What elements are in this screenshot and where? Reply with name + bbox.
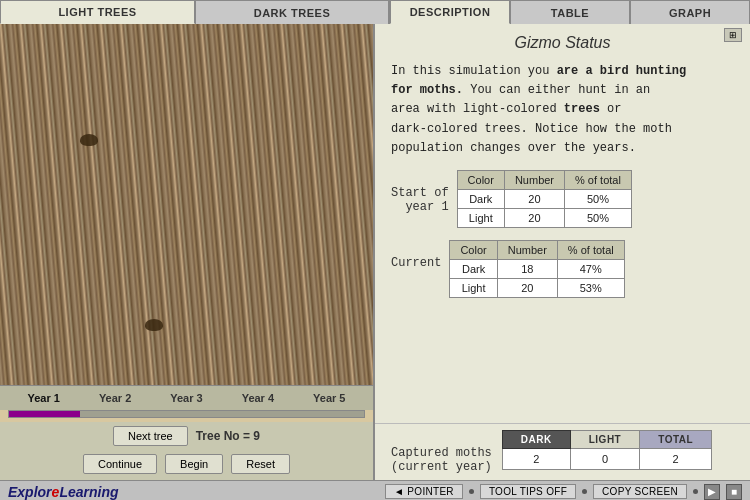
current-dark-number: 18 (497, 259, 557, 278)
start-col-percent: % of total (565, 170, 632, 189)
continue-button[interactable]: Continue (83, 454, 157, 474)
start-light-percent: 50% (565, 208, 632, 227)
start-dark-percent: 50% (565, 189, 632, 208)
next-tree-button[interactable]: Next tree (113, 426, 188, 446)
expand-icon[interactable]: ⊞ (724, 28, 742, 42)
start-dark-number: 20 (504, 189, 564, 208)
start-dark-color: Dark (457, 189, 504, 208)
current-light-percent: 53% (557, 278, 624, 297)
current-dark-color: Dark (450, 259, 497, 278)
tooltips-button[interactable]: TOOL TIPS OFF (480, 484, 576, 499)
year-3-btn[interactable]: Year 3 (166, 390, 206, 406)
current-dark-percent: 47% (557, 259, 624, 278)
start-col-color: Color (457, 170, 504, 189)
current-table-label: Current (391, 240, 441, 270)
current-light-number: 20 (497, 278, 557, 297)
dot-indicator-3 (693, 489, 698, 494)
start-light-number: 20 (504, 208, 564, 227)
tree-number-label: Tree No = 9 (196, 429, 260, 443)
current-col-percent: % of total (557, 240, 624, 259)
reset-button[interactable]: Reset (231, 454, 290, 474)
year-2-btn[interactable]: Year 2 (95, 390, 135, 406)
captured-total-value: 2 (640, 449, 712, 470)
captured-moths-table: DARK LIGHT TOTAL 2 0 2 (502, 430, 712, 470)
current-col-color: Color (450, 240, 497, 259)
copy-screen-button[interactable]: COPY SCREEN (593, 484, 687, 499)
captured-moths-label: Captured moths(current year) (391, 430, 492, 474)
current-light-color: Light (450, 278, 497, 297)
progress-bar-fill (9, 411, 80, 417)
captured-values-row: 2 0 2 (502, 449, 711, 470)
captured-dark-value: 2 (502, 449, 570, 470)
start-table-label: Start ofyear 1 (391, 170, 449, 214)
current-col-number: Number (497, 240, 557, 259)
dot-indicator (469, 489, 474, 494)
current-table: Color Number % of total Dark 18 47% (449, 240, 624, 298)
tab-description[interactable]: DESCRIPTION (390, 0, 510, 24)
year-4-btn[interactable]: Year 4 (238, 390, 278, 406)
begin-button[interactable]: Begin (165, 454, 223, 474)
description-text: In this simulation you are a bird huntin… (391, 62, 734, 158)
nav-forward-btn[interactable]: ▶ (704, 484, 720, 500)
table-row: Light 20 50% (457, 208, 631, 227)
captured-col-light: LIGHT (570, 431, 640, 449)
tab-table[interactable]: TABLE (510, 0, 630, 24)
captured-light-value: 0 (570, 449, 640, 470)
captured-col-total: TOTAL (640, 431, 712, 449)
dot-indicator-2 (582, 489, 587, 494)
tab-light-trees[interactable]: LIGHT TREES (0, 0, 195, 24)
start-year-table: Color Number % of total Dark 20 50% (457, 170, 632, 228)
pointer-button[interactable]: ◄ POINTER (385, 484, 463, 499)
year-1-btn[interactable]: Year 1 (23, 390, 63, 406)
explore-learning-logo: ExploreLearning (8, 484, 119, 500)
start-col-number: Number (504, 170, 564, 189)
start-light-color: Light (457, 208, 504, 227)
tab-graph[interactable]: GRAPH (630, 0, 750, 24)
table-row: Dark 18 47% (450, 259, 624, 278)
nav-stop-btn[interactable]: ■ (726, 484, 742, 500)
table-row: Light 20 53% (450, 278, 624, 297)
tab-dark-trees[interactable]: DARK TREES (195, 0, 390, 24)
year-5-btn[interactable]: Year 5 (309, 390, 349, 406)
captured-col-dark: DARK (502, 431, 570, 449)
table-row: Dark 20 50% (457, 189, 631, 208)
gizmo-status-title: Gizmo Status (391, 34, 734, 52)
